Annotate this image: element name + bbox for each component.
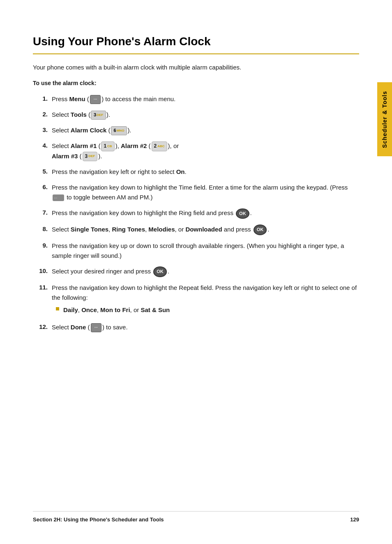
sub-bullet-text: Daily, Once, Mon to Fri, or Sat & Sun [63,305,170,315]
step-content-3: Select Alarm Clock (6MNO). [52,125,359,135]
side-tab: Scheduler & Tools [377,82,392,156]
step-content-6: Press the navigation key down to highlig… [52,183,359,202]
step-4: 4. Select Alarm #1 (1CB), Alarm #2 (2ABC… [33,141,359,161]
bullet-icon [56,307,59,310]
step-content-4: Select Alarm #1 (1CB), Alarm #2 (2ABC), … [52,141,359,161]
mon-to-fri-label: Mon to Fri [100,306,130,313]
ok-key-icon-10: OK [153,266,167,277]
step-num-10: 10. [33,266,52,276]
step-11: 11. Press the navigation key down to hig… [33,283,359,317]
step-content-8: Select Single Tones, Ring Tones, Melodie… [52,225,359,235]
step-num-6: 6. [33,183,52,192]
step-10: 10. Select your desired ringer and press… [33,266,359,277]
single-tones-label: Single Tones [71,226,108,233]
on-label: On [176,168,185,175]
alarm-clock-key-icon: 6MNO [111,126,127,135]
done-label: Done [71,324,86,331]
step-content-12: Select Done () to save. [52,322,359,332]
downloaded-label: Downloaded [185,226,222,233]
ring-tones-label: Ring Tones [112,226,145,233]
done-key-icon [91,323,101,332]
step-content-10: Select your desired ringer and press OK. [52,266,359,277]
step-num-4: 4. [33,141,52,150]
ok-key-icon-7: OK [236,208,249,219]
sub-bullet-list: Daily, Once, Mon to Fri, or Sat & Sun [52,305,359,315]
alarm2-icon: 2ABC [152,141,167,151]
step-num-12: 12. [33,322,52,332]
step-9: 9. Press the navigation key up or down t… [33,241,359,261]
page-footer: Section 2H: Using the Phone's Scheduler … [33,511,359,524]
step-6: 6. Press the navigation key down to high… [33,183,359,202]
melodies-label: Melodies [148,226,175,233]
menu-key-icon [90,95,101,104]
section-label: To use the alarm clock: [33,79,359,88]
page-title: Using Your Phone's Alarm Clock [33,33,359,50]
step-1: 1. Press Menu () to access the main menu… [33,94,359,104]
sat-sun-label: Sat & Sun [141,306,170,313]
alarm-clock-label: Alarm Clock [71,127,107,134]
once-label: Once [81,306,97,313]
tools-label: Tools [71,111,87,118]
alarm3-label: Alarm #3 [52,153,78,160]
step-num-1: 1. [33,94,52,104]
step-content-11: Press the navigation key down to highlig… [52,283,359,317]
step-3: 3. Select Alarm Clock (6MNO). [33,125,359,135]
step-content-2: Select Tools (3DEF). [52,110,359,120]
alarm3-icon: 3DEF [83,152,98,161]
sub-bullet-item: Daily, Once, Mon to Fri, or Sat & Sun [56,305,359,315]
step-num-11: 11. [33,283,52,292]
step-8: 8. Select Single Tones, Ring Tones, Melo… [33,225,359,235]
footer-page-num: 129 [350,516,359,524]
step-content-9: Press the navigation key up or down to s… [52,241,359,261]
step-num-8: 8. [33,225,52,234]
steps-list: 1. Press Menu () to access the main menu… [33,94,359,332]
step-5: 5. Press the navigation key left or righ… [33,167,359,177]
step-num-5: 5. [33,167,52,176]
step-num-7: 7. [33,208,52,218]
menu-label: Menu [69,95,85,102]
footer-section-text: Section 2H: Using the Phone's Scheduler … [33,516,164,524]
side-tab-label: Scheduler & Tools [380,91,389,148]
step-num-9: 9. [33,241,52,250]
step-content-1: Press Menu () to access the main menu. [52,94,359,104]
step-content-7: Press the navigation key down to highlig… [52,208,359,219]
alarm1-icon: 1CB [101,141,114,151]
step-num-3: 3. [33,125,52,135]
toggle-key-icon [53,194,64,201]
step-content-5: Press the navigation key left or right t… [52,167,359,177]
ok-key-icon-8: OK [254,225,267,235]
step-num-2: 2. [33,110,52,119]
title-divider [33,53,359,54]
step-2: 2. Select Tools (3DEF). [33,110,359,120]
intro-text: Your phone comes with a built-in alarm c… [33,63,329,72]
tools-key-icon: 3DEF [91,111,106,120]
page-container: Scheduler & Tools Using Your Phone's Ala… [0,0,392,544]
step-12: 12. Select Done () to save. [33,322,359,332]
alarm2-label: Alarm #2 [121,142,147,149]
daily-label: Daily [63,306,78,313]
step-7: 7. Press the navigation key down to high… [33,208,359,219]
alarm1-label: Alarm #1 [71,142,97,149]
